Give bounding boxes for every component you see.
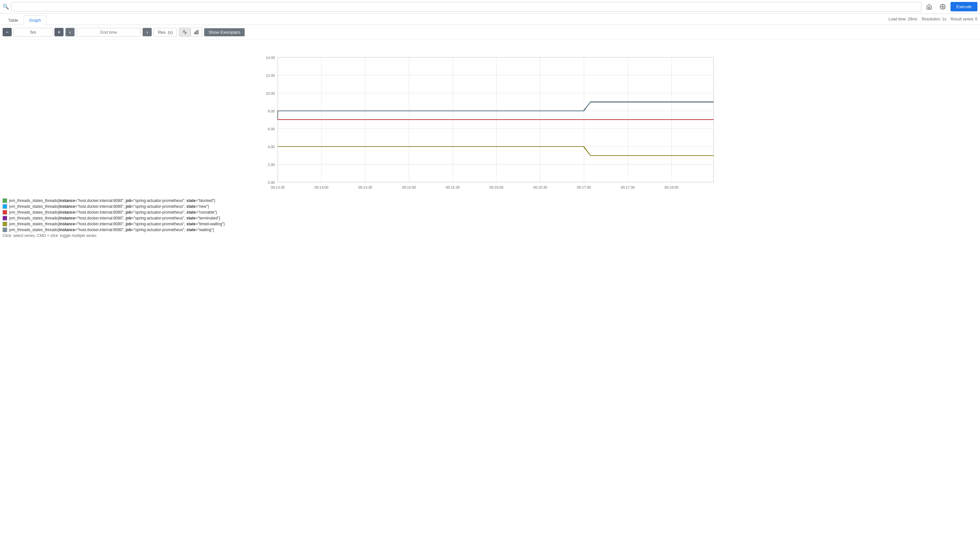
chart-svg: 0.00 2.00 4.00 6.00 8.00 10.00 12.00 14.… (3, 40, 977, 195)
legend-label: jvm_threads_states_threads{instance="hos… (9, 210, 217, 215)
svg-text:2.00: 2.00 (268, 163, 275, 167)
search-icon: 🔍 (3, 3, 9, 10)
svg-point-0 (942, 6, 944, 8)
tabs: Table Graph (3, 16, 46, 25)
svg-rect-2 (196, 31, 197, 34)
legend-hint: Click: select series, CMD + click: toggl… (3, 233, 977, 238)
series-timed-waiting-2 (278, 147, 714, 156)
range-value: 5m (14, 28, 52, 37)
svg-text:00:15:00: 00:15:00 (402, 185, 416, 189)
legend-label: jvm_threads_states_threads{instance="hos… (9, 204, 209, 209)
legend-label: jvm_threads_states_threads{instance="hos… (9, 198, 215, 203)
chart-type-toggle (179, 27, 202, 37)
series-timed-waiting (278, 147, 714, 156)
svg-text:8.00: 8.00 (268, 109, 275, 113)
query-input[interactable]: jvm_threads_states_threads (11, 2, 921, 11)
svg-text:00:14:30: 00:14:30 (358, 185, 372, 189)
svg-rect-1 (194, 32, 196, 34)
legend-label: jvm_threads_states_threads{instance="hos… (9, 216, 220, 220)
svg-text:00:16:30: 00:16:30 (533, 185, 547, 189)
resolution-button[interactable]: Res. (s) (154, 28, 177, 37)
legend-item[interactable]: jvm_threads_states_threads{instance="hos… (3, 222, 977, 226)
legend-label: jvm_threads_states_threads{instance="hos… (9, 222, 225, 226)
resolution: Resolution: 1s (922, 17, 946, 21)
tab-graph[interactable]: Graph (24, 16, 46, 25)
legend-item[interactable]: jvm_threads_states_threads{instance="hos… (3, 204, 977, 209)
svg-text:00:17:30: 00:17:30 (621, 185, 635, 189)
svg-text:00:17:00: 00:17:00 (577, 185, 591, 189)
svg-text:10.00: 10.00 (266, 91, 275, 95)
svg-text:12.00: 12.00 (266, 73, 275, 78)
svg-text:00:15:30: 00:15:30 (446, 185, 460, 189)
toolbar: − 5m + ‹ › Res. (s) Show Exemplars (0, 25, 980, 40)
svg-text:00:18:00: 00:18:00 (665, 185, 679, 189)
legend-color-swatch (3, 228, 7, 232)
legend-items: jvm_threads_states_threads{instance="hos… (3, 198, 977, 232)
svg-text:00:14:00: 00:14:00 (315, 185, 329, 189)
end-time-input[interactable] (76, 28, 141, 37)
svg-text:00:13:30: 00:13:30 (271, 185, 285, 189)
svg-text:00:16:00: 00:16:00 (490, 185, 504, 189)
line-chart-button[interactable] (179, 27, 191, 37)
svg-rect-3 (197, 30, 198, 34)
svg-text:4.00: 4.00 (268, 145, 275, 149)
legend-item[interactable]: jvm_threads_states_threads{instance="hos… (3, 198, 977, 203)
tabs-row: Table Graph Load time: 28ms Resolution: … (0, 14, 980, 25)
legend-color-swatch (3, 216, 7, 220)
history-icon[interactable] (923, 2, 935, 11)
legend-label: jvm_threads_states_threads{instance="hos… (9, 228, 214, 232)
settings-icon[interactable] (937, 2, 948, 11)
result-series: Result series: 6 (950, 17, 977, 21)
legend-color-swatch (3, 204, 7, 209)
bar-chart-button[interactable] (191, 27, 202, 37)
svg-text:0.00: 0.00 (268, 180, 275, 185)
next-time-button[interactable]: › (143, 28, 152, 36)
execute-button[interactable]: Execute (950, 2, 977, 11)
legend-item[interactable]: jvm_threads_states_threads{instance="hos… (3, 228, 977, 232)
legend-color-swatch (3, 198, 7, 203)
show-exemplars-button[interactable]: Show Exemplars (204, 28, 245, 36)
legend-item[interactable]: jvm_threads_states_threads{instance="hos… (3, 210, 977, 215)
chart-container: 0.00 2.00 4.00 6.00 8.00 10.00 12.00 14.… (0, 40, 980, 195)
meta-info: Load time: 28ms Resolution: 1s Result se… (889, 17, 977, 23)
tab-table[interactable]: Table (3, 16, 24, 25)
svg-text:14.00: 14.00 (266, 56, 275, 60)
zoom-in-button[interactable]: + (54, 28, 64, 36)
zoom-out-button[interactable]: − (3, 28, 12, 36)
series-waiting-2 (278, 102, 714, 111)
legend-item[interactable]: jvm_threads_states_threads{instance="hos… (3, 216, 977, 220)
legend-color-swatch (3, 222, 7, 226)
load-time: Load time: 28ms (889, 17, 918, 21)
svg-text:6.00: 6.00 (268, 127, 275, 131)
legend: jvm_threads_states_threads{instance="hos… (0, 195, 980, 240)
search-bar: 🔍 jvm_threads_states_threads Execute (0, 0, 980, 14)
prev-time-button[interactable]: ‹ (65, 28, 75, 36)
legend-color-swatch (3, 210, 7, 215)
